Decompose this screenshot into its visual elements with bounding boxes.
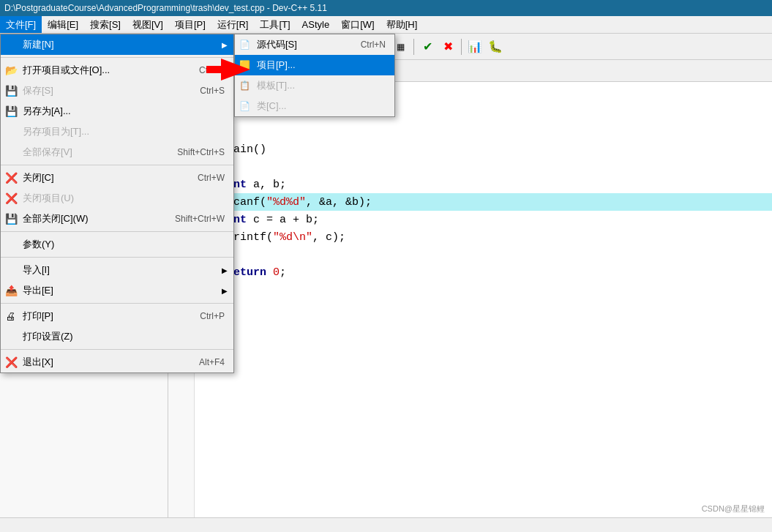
menu-item-saveproject-label: 另存项目为[T]... xyxy=(23,125,89,138)
menu-item-printsetup-label: 打印设置(Z) xyxy=(23,330,73,343)
code-line-8: int c = a + b; xyxy=(198,211,772,228)
menu-item-closeproject: ❌ 关闭项目(U) xyxy=(1,188,233,209)
sep1 xyxy=(1,57,233,58)
watermark: CSDN@星星锦鲤 xyxy=(702,503,765,514)
title-text: D:\PostgraduateCourse\AdvancedProgrammin… xyxy=(4,3,327,13)
print-shortcut: Ctrl+P xyxy=(200,311,225,321)
code-line-11: return 0; xyxy=(198,263,772,281)
menu-edit[interactable]: 编辑[E] xyxy=(42,16,84,33)
menu-item-open[interactable]: 📂 打开项目或文件[O]... Ctrl+O xyxy=(1,60,233,80)
export-arrow: ▶ xyxy=(222,287,228,295)
saveas-icon: 💾 xyxy=(5,105,18,117)
submenu-source-icon: 📄 xyxy=(239,40,250,50)
closeproject-icon: ❌ xyxy=(5,192,18,204)
debug-btn[interactable]: 🐛 xyxy=(486,37,505,56)
menu-view[interactable]: 视图[V] xyxy=(127,16,169,33)
menu-item-saveproject: 另存项目为[T]... xyxy=(1,121,233,142)
menu-item-close[interactable]: ❌ 关闭[C] Ctrl+W xyxy=(1,168,233,188)
submenu-template-icon: 📋 xyxy=(239,80,250,91)
code-line-10 xyxy=(198,246,772,263)
menu-tools[interactable]: 工具[T] xyxy=(254,16,296,33)
menu-astyle[interactable]: AStyle xyxy=(296,16,336,33)
check-btn[interactable]: ✔ xyxy=(418,37,437,56)
closeall-icon: 💾 xyxy=(5,213,18,225)
submenu-item-project[interactable]: 🟨 项目[P]... xyxy=(235,55,394,75)
submenu-template-label: 模板[T]... xyxy=(257,79,295,92)
menu-item-saveas[interactable]: 💾 另存为[A]... xyxy=(1,101,233,121)
menu-item-quit-label: 退出[X] xyxy=(23,356,53,369)
print-icon: 🖨 xyxy=(5,310,15,322)
export-icon: 📤 xyxy=(5,285,18,296)
code-line-7: scanf("%d%d", &a, &b); xyxy=(198,193,772,211)
menu-item-quit[interactable]: ❌ 退出[X] Alt+F4 xyxy=(1,352,233,372)
menu-project[interactable]: 项目[P] xyxy=(169,16,211,33)
menu-window[interactable]: 窗口[W] xyxy=(335,16,381,33)
menu-item-new-label: 新建[N] xyxy=(23,38,54,51)
menu-item-print-label: 打印[P] xyxy=(23,310,53,323)
closeall-shortcut: Shift+Ctrl+W xyxy=(175,214,225,224)
import-arrow: ▶ xyxy=(222,266,228,274)
new-submenu: 📄 源代码[S] Ctrl+N 🟨 项目[P]... 📋 模板[T]... 📄 … xyxy=(234,34,395,117)
menu-help[interactable]: 帮助[H] xyxy=(381,16,424,33)
submenu-class-label: 类[C]... xyxy=(257,100,286,113)
menu-item-printsetup[interactable]: 打印设置(Z) xyxy=(1,326,233,347)
sep4 xyxy=(1,257,233,258)
code-line-9: printf("%d\n", c); xyxy=(198,228,772,246)
menu-file[interactable]: 文件[F] xyxy=(0,16,42,33)
submenu-arrow: ▶ xyxy=(222,41,228,49)
open-icon: 📂 xyxy=(5,64,18,76)
submenu-source-label: 源代码[S] xyxy=(257,38,297,51)
menu-item-export-label: 导出[E] xyxy=(23,284,53,297)
svg-marker-0 xyxy=(206,59,250,80)
save-icon: 💾 xyxy=(5,85,18,97)
cross-btn[interactable]: ✖ xyxy=(438,37,457,56)
menu-item-import[interactable]: 导入[I] ▶ xyxy=(1,260,233,280)
code-line-4: int main() xyxy=(198,141,772,158)
menu-item-closeall-label: 全部关闭[C](W) xyxy=(23,212,89,225)
menu-item-saveas-label: 另存为[A]... xyxy=(23,105,71,118)
submenu-item-class[interactable]: 📄 类[C]... xyxy=(235,96,394,116)
close-icon: ❌ xyxy=(5,172,18,184)
menu-item-saveall: 全部保存[V] Shift+Ctrl+S xyxy=(1,142,233,162)
menu-item-params[interactable]: 参数(Y) xyxy=(1,234,233,255)
menu-item-closeall[interactable]: 💾 全部关闭[C](W) Shift+Ctrl+W xyxy=(1,209,233,229)
save-shortcut: Ctrl+S xyxy=(200,86,225,96)
menu-item-params-label: 参数(Y) xyxy=(23,238,54,251)
menu-item-closeproject-label: 关闭项目(U) xyxy=(23,192,74,205)
code-line-6: int a, b; xyxy=(198,176,772,193)
quit-icon: ❌ xyxy=(5,356,18,368)
arrow-svg xyxy=(206,59,250,80)
sep6 xyxy=(1,349,233,350)
menu-item-new[interactable]: 新建[N] ▶ xyxy=(1,34,233,55)
code-line-12: } xyxy=(198,281,772,299)
title-bar: D:\PostgraduateCourse\AdvancedProgrammin… xyxy=(0,0,772,16)
menu-item-close-label: 关闭[C] xyxy=(23,171,54,184)
editor-area[interactable]: 1 2 3 4 5 6 7 8 9 10 11 12 #include <std… xyxy=(168,82,772,517)
submenu-class-icon: 📄 xyxy=(239,101,250,111)
submenu-item-template[interactable]: 📋 模板[T]... xyxy=(235,75,394,96)
submenu-item-source[interactable]: 📄 源代码[S] Ctrl+N xyxy=(235,34,394,55)
code-line-5: { xyxy=(198,158,772,176)
menu-bar: 文件[F] 编辑[E] 搜索[S] 视图[V] 项目[P] 运行[R] 工具[T… xyxy=(0,16,772,34)
menu-search[interactable]: 搜索[S] xyxy=(84,16,127,33)
menu-item-import-label: 导入[I] xyxy=(23,263,50,277)
menu-run[interactable]: 运行[R] xyxy=(211,16,255,33)
menu-item-print[interactable]: 🖨 打印[P] Ctrl+P xyxy=(1,306,233,326)
submenu-project-label: 项目[P]... xyxy=(257,59,296,72)
sep5 xyxy=(1,303,233,304)
status-bar xyxy=(0,517,772,532)
watermark-text: CSDN@星星锦鲤 xyxy=(702,504,765,513)
saveall-shortcut: Shift+Ctrl+S xyxy=(177,147,225,157)
menu-item-open-label: 打开项目或文件[O]... xyxy=(23,64,110,77)
code-line-3 xyxy=(198,123,772,141)
sep3 xyxy=(1,231,233,232)
menu-item-export[interactable]: 📤 导出[E] ▶ xyxy=(1,280,233,301)
file-menu-dropdown: 新建[N] ▶ 📂 打开项目或文件[O]... Ctrl+O 💾 保存[S] C… xyxy=(0,34,234,373)
sep2 xyxy=(1,165,233,165)
chart-btn[interactable]: 📊 xyxy=(465,37,484,56)
submenu-source-shortcut: Ctrl+N xyxy=(361,40,386,50)
menu-item-save: 💾 保存[S] Ctrl+S xyxy=(1,80,233,101)
close-shortcut: Ctrl+W xyxy=(198,173,225,183)
quit-shortcut: Alt+F4 xyxy=(199,357,225,367)
menu-item-saveall-label: 全部保存[V] xyxy=(23,146,72,159)
